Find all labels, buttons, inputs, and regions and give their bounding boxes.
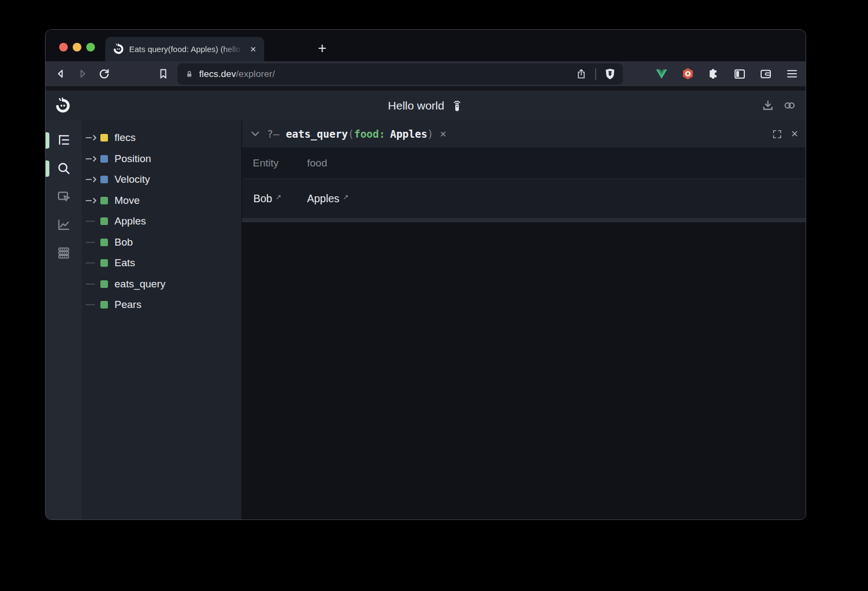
share-button[interactable] <box>574 67 589 81</box>
browser-tab[interactable]: Eats query(food: Apples) (hello × <box>105 37 264 61</box>
copy-link-button[interactable] <box>782 98 797 113</box>
tab-close-button[interactable]: × <box>247 43 259 55</box>
extension-hexagon-button[interactable] <box>680 67 695 81</box>
back-icon <box>54 67 67 80</box>
app-header: Hello world <box>46 86 806 120</box>
wallet-button[interactable] <box>758 67 773 81</box>
tree-item[interactable]: Velocity <box>82 169 241 190</box>
tree-item[interactable]: flecs <box>82 127 241 149</box>
tree-item[interactable]: Pears <box>82 294 241 316</box>
app-title-group: Hello world <box>388 99 463 112</box>
tree-item-label: Position <box>114 153 151 165</box>
minimize-window-button[interactable] <box>73 43 81 52</box>
tree-item[interactable]: Apples <box>82 211 241 232</box>
query-content: ?–eats_query(food:Apples) × × Entity foo… <box>241 120 806 519</box>
hamburger-menu-icon <box>786 67 799 80</box>
entity-color-square <box>100 217 108 225</box>
forward-button[interactable] <box>73 65 92 83</box>
sidebar-tab-inspect[interactable] <box>56 189 72 204</box>
close-window-button[interactable] <box>59 43 68 52</box>
flecs-logo-icon[interactable] <box>55 98 71 114</box>
share-icon <box>575 68 588 80</box>
zoom-window-button[interactable] <box>86 43 95 52</box>
result-table-header: Entity food <box>242 147 806 179</box>
tree-item-label: Apples <box>114 215 146 227</box>
active-panel-indicator <box>46 160 49 177</box>
expand-arrow-icon[interactable] <box>85 155 99 163</box>
reload-button[interactable] <box>95 65 113 83</box>
expand-arrow-icon[interactable] <box>85 134 99 142</box>
query-arg: Apples <box>390 128 427 140</box>
tab-title: Eats query(food: Apples) (hello <box>129 44 247 54</box>
sidebar-tab-journal[interactable] <box>56 245 72 260</box>
sidebar-tab-entity-tree[interactable] <box>56 132 72 147</box>
brave-shields-button[interactable] <box>603 67 617 81</box>
entity-color-square <box>100 176 108 183</box>
tree-item-label: Eats <box>114 257 135 269</box>
active-panel-indicator <box>46 132 49 149</box>
query-header-actions: × <box>771 128 798 140</box>
forward-icon <box>76 67 89 80</box>
expand-arrow-icon[interactable] <box>85 217 99 225</box>
panel-close-button[interactable]: × <box>791 128 798 140</box>
inspect-cursor-icon <box>56 189 71 204</box>
external-link-icon: ↗ <box>343 193 349 201</box>
column-header-entity[interactable]: Entity <box>253 157 307 169</box>
expand-arrow-icon[interactable] <box>85 239 99 246</box>
remote-connection-icon[interactable] <box>451 99 463 112</box>
query-expression[interactable]: ?–eats_query(food:Apples) <box>267 128 433 140</box>
puzzle-icon <box>707 67 720 81</box>
entity-link[interactable]: Apples <box>307 192 340 205</box>
entity-color-square <box>100 259 108 267</box>
expand-arrow-icon[interactable] <box>85 280 99 288</box>
tree-item[interactable]: Move <box>82 190 241 211</box>
extension-icons <box>654 61 799 86</box>
fullscreen-icon[interactable] <box>771 129 783 140</box>
sidebar-toggle-button[interactable] <box>732 67 747 81</box>
panel-resize-handle[interactable] <box>242 218 806 222</box>
tree-outline-icon <box>57 133 71 147</box>
app-main: flecs Position Velocity Move <box>46 120 806 519</box>
bookmark-button[interactable] <box>155 66 171 82</box>
expand-arrow-icon[interactable] <box>85 301 99 309</box>
query-header: ?–eats_query(food:Apples) × × <box>242 120 806 147</box>
extensions-button[interactable] <box>706 67 721 81</box>
tree-item[interactable]: Position <box>82 149 241 170</box>
browser-window: Eats query(food: Apples) (hello × + <box>46 30 806 519</box>
tree-item[interactable]: Eats <box>82 253 241 274</box>
table-cell: Apples ↗ <box>307 192 349 205</box>
url-domain: flecs.dev <box>199 69 236 79</box>
chevron-down-icon <box>251 131 259 137</box>
expand-arrow-icon[interactable] <box>85 176 99 183</box>
entity-link[interactable]: Bob <box>253 192 272 205</box>
entity-color-square <box>100 280 108 288</box>
sidebar-tab-stats[interactable] <box>56 217 72 232</box>
new-tab-button[interactable]: + <box>314 40 331 57</box>
content-empty-area <box>242 222 806 519</box>
sidebar-tab-query[interactable] <box>56 160 72 176</box>
back-button[interactable] <box>52 65 70 83</box>
entity-color-square <box>100 134 108 142</box>
expand-arrow-icon[interactable] <box>85 197 99 204</box>
tree-item-label: eats_query <box>114 278 165 290</box>
tree-item[interactable]: eats_query <box>82 274 241 295</box>
tree-item[interactable]: Bob <box>82 232 241 253</box>
query-param: food <box>354 128 379 140</box>
search-icon <box>56 161 71 176</box>
bookmark-icon <box>157 67 170 80</box>
vue-devtools-button[interactable] <box>654 67 669 81</box>
column-header-food[interactable]: food <box>307 157 327 169</box>
address-bar[interactable]: flecs.dev/explorer/ <box>177 63 623 85</box>
browser-menu-button[interactable] <box>784 67 799 81</box>
query-clear-button[interactable]: × <box>440 128 446 140</box>
tree-item-label: Pears <box>114 299 142 311</box>
traffic-lights <box>59 43 95 52</box>
url-path: /explorer/ <box>236 69 275 79</box>
url-text: flecs.dev/explorer/ <box>199 69 275 80</box>
collapse-query-button[interactable] <box>251 131 259 137</box>
expand-arrow-icon[interactable] <box>85 259 99 267</box>
table-row[interactable]: Bob ↗ Apples ↗ <box>242 179 806 218</box>
download-button[interactable] <box>760 98 775 113</box>
brave-shield-icon <box>603 67 617 81</box>
sidebar-panel-icon <box>733 67 746 81</box>
